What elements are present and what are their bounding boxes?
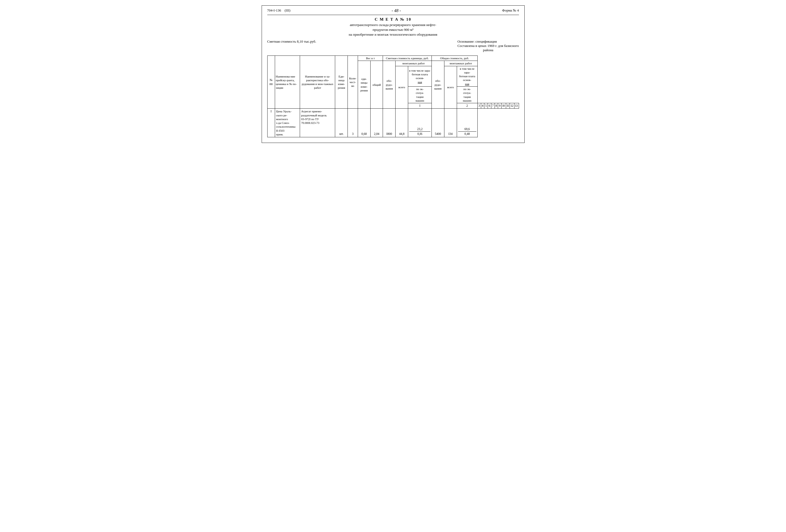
- th-weight: Вес в т: [358, 56, 383, 61]
- table-header-row-1: №пп Наименова-ние прейску-ранта, ценника…: [267, 56, 519, 61]
- th-qty: Коли-чест-во: [348, 56, 358, 108]
- page-container: 704-I-136 (III) - 48 - Форма № 4 С М Е Т…: [262, 5, 525, 143]
- col-n-9: 9: [498, 103, 502, 108]
- th-name: Наименова-ние прейску-ранта, ценника и №…: [275, 56, 300, 108]
- col-n-4: 4: [481, 103, 484, 108]
- th-cost-equip: обо-рудо-вания: [383, 61, 396, 108]
- cell-qty: 3: [348, 108, 358, 137]
- th-total-mount: монтажных работ: [444, 61, 478, 66]
- cell-mount-wage: 23,2 0,I6: [408, 108, 432, 137]
- table-row: I Цена Ураль- ского ре- монтного з-да Со…: [267, 108, 519, 137]
- cell-weight-unit: 0,68: [358, 108, 370, 137]
- th-total-exploit: по эк-сплуа-тациимашин: [457, 87, 478, 103]
- page-number: - 48 -: [291, 8, 502, 13]
- col-n-5: 5: [484, 103, 488, 108]
- cell-mount-total: 44,8: [396, 108, 408, 137]
- th-total-wage-header: в том числе зара-ботная платаоснов-ная: [457, 66, 478, 86]
- title-main: С М Е Т А № 10: [267, 17, 519, 22]
- th-unit: Еди-ница изме-рения: [335, 56, 348, 108]
- col-n-11: II: [506, 103, 510, 108]
- title-sub2: продуктов емкостью 900 м³: [267, 28, 519, 32]
- th-mount-exploit: по эк-сплуа-тациимашин: [408, 87, 432, 103]
- th-weight-unit: еди-ницыизме-рения: [358, 61, 370, 108]
- cell-num: I: [267, 108, 275, 137]
- col-n-2: 2: [457, 103, 478, 108]
- title-sub3: на приобретение и монтаж технологическог…: [267, 32, 519, 37]
- th-total-equip: обо-рудо-вания: [432, 61, 444, 108]
- th-mount: монтажных работ: [396, 61, 432, 66]
- meta-cost: Сметная стоимость 8,10 тыс.руб.: [267, 40, 316, 52]
- doc-id-number: 704-I-136: [267, 8, 281, 12]
- meta-basis: Основание: спецификация Составлена в цен…: [458, 40, 519, 52]
- top-bar: 704-I-136 (III) - 48 - Форма № 4: [267, 8, 519, 15]
- cell-name: Цена Ураль- ского ре- монтного з-да Союз…: [275, 108, 300, 137]
- cell-cost-equip: I800: [383, 108, 396, 137]
- col-n-13: I3: [514, 103, 519, 108]
- title-sub1: автотранспортного склада резервуарного х…: [267, 23, 519, 27]
- th-num: №пп: [267, 56, 275, 108]
- col-n-6: 6: [488, 103, 491, 108]
- th-char: Наименование и ха-рактеристика обо-рудов…: [300, 56, 335, 108]
- cell-unit: шт.: [335, 108, 348, 137]
- col-n-7: 7: [491, 103, 494, 108]
- th-total: Общая стоимость, руб.: [432, 56, 478, 61]
- main-table: №пп Наименова-ние прейску-ранта, ценника…: [267, 55, 519, 137]
- title-section: С М Е Т А № 10 автотранспортного склада …: [267, 17, 519, 37]
- th-mount-wage-header: в том числе зара-ботная платаоснов-ная: [408, 66, 432, 86]
- cell-weight-total: 2,04: [370, 108, 383, 137]
- form-number: Форма № 4: [502, 8, 519, 13]
- th-mount-total: всего: [396, 66, 408, 108]
- th-smet-unit: Сметная стоимость единицы, руб.: [383, 56, 432, 61]
- cell-total-equip: 5400: [432, 108, 444, 137]
- doc-type: (III): [285, 8, 291, 12]
- col-n-3: 3: [478, 103, 481, 108]
- col-n-12: I2: [510, 103, 514, 108]
- th-weight-total: общий: [370, 61, 383, 108]
- th-total-mount-all: всего: [444, 66, 457, 108]
- cell-char: Агрегат приемо- раздаточный модель 03-97…: [300, 108, 335, 137]
- col-n-1: I: [408, 103, 432, 108]
- cell-total-mount-wage: 69,6 0,48: [457, 108, 478, 137]
- meta-section: Сметная стоимость 8,10 тыс.руб. Основани…: [267, 40, 519, 52]
- cell-total-mount-all: I34: [444, 108, 457, 137]
- col-n-8: 8: [494, 103, 498, 108]
- doc-id: 704-I-136 (III): [267, 8, 291, 13]
- col-n-10: I0: [502, 103, 506, 108]
